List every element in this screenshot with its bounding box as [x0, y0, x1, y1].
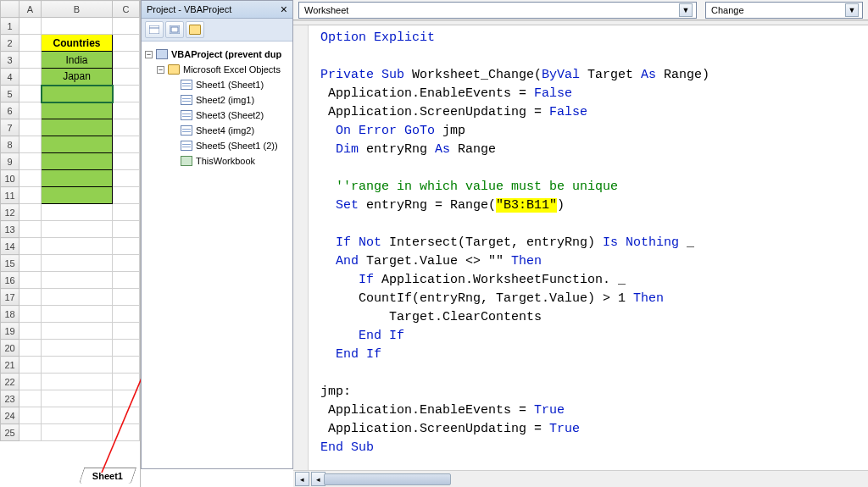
- collapse-icon[interactable]: −: [157, 66, 164, 74]
- cell[interactable]: [113, 204, 140, 221]
- row-header[interactable]: 22: [1, 374, 19, 390]
- cell[interactable]: [19, 153, 42, 170]
- row-header[interactable]: 3: [1, 52, 19, 69]
- scroll-left-button[interactable]: ◂: [295, 472, 309, 486]
- cell[interactable]: [113, 272, 140, 289]
- cell[interactable]: [113, 187, 140, 204]
- cell[interactable]: [19, 424, 42, 441]
- cell[interactable]: [19, 204, 42, 221]
- cell[interactable]: [19, 69, 42, 86]
- cell[interactable]: [113, 18, 140, 35]
- cell[interactable]: [113, 289, 140, 306]
- cell[interactable]: [19, 306, 42, 323]
- cell[interactable]: [42, 255, 113, 272]
- entry-cell[interactable]: [42, 119, 113, 136]
- cell[interactable]: [19, 136, 42, 153]
- entry-cell[interactable]: [42, 102, 113, 119]
- cell[interactable]: [42, 18, 113, 35]
- cell[interactable]: [19, 238, 42, 255]
- project-explorer-titlebar[interactable]: Project - VBAProject ×: [142, 1, 292, 19]
- cell[interactable]: [113, 390, 140, 407]
- cell[interactable]: [113, 221, 140, 238]
- view-object-button[interactable]: [165, 21, 184, 38]
- cell[interactable]: [113, 340, 140, 357]
- row-header[interactable]: 25: [1, 424, 19, 441]
- cell[interactable]: [19, 187, 42, 204]
- row-header[interactable]: 1: [1, 18, 19, 35]
- cell[interactable]: [19, 357, 42, 374]
- code-editor[interactable]: Option Explicit Private Sub Worksheet_Ch…: [309, 25, 868, 470]
- cell[interactable]: [19, 374, 42, 390]
- tree-item-sheet4[interactable]: Sheet4 (img2): [145, 123, 289, 138]
- cell[interactable]: [42, 390, 113, 407]
- row-header[interactable]: 8: [1, 136, 19, 153]
- row-header[interactable]: 24: [1, 407, 19, 424]
- cell[interactable]: [42, 306, 113, 323]
- cell[interactable]: [42, 238, 113, 255]
- row-header[interactable]: 21: [1, 357, 19, 374]
- cell[interactable]: [42, 272, 113, 289]
- cell[interactable]: [113, 255, 140, 272]
- row-header[interactable]: 7: [1, 119, 19, 136]
- cell[interactable]: [113, 119, 140, 136]
- spreadsheet-grid[interactable]: A B C 1 2Countries 3India 4Japan 5 6 7 8…: [0, 0, 140, 441]
- cell[interactable]: [19, 18, 42, 35]
- cell[interactable]: [19, 52, 42, 69]
- row-header[interactable]: 10: [1, 170, 19, 187]
- tree-item-sheet5[interactable]: Sheet5 (Sheet1 (2)): [145, 138, 289, 153]
- tree-item-sheet3[interactable]: Sheet3 (Sheet2): [145, 108, 289, 123]
- cell[interactable]: [19, 255, 42, 272]
- tree-item-sheet1[interactable]: Sheet1 (Sheet1): [145, 77, 289, 92]
- entry-cell[interactable]: [42, 187, 113, 204]
- cell[interactable]: [19, 390, 42, 407]
- cell[interactable]: [113, 424, 140, 441]
- tree-item-sheet2[interactable]: Sheet2 (img1): [145, 92, 289, 108]
- procedure-dropdown[interactable]: Change ▼: [705, 2, 863, 19]
- project-tree[interactable]: − VBAProject (prevent dup − Microsoft Ex…: [142, 42, 292, 174]
- row-header[interactable]: 23: [1, 390, 19, 407]
- cell[interactable]: [113, 52, 140, 69]
- corner-cell[interactable]: [1, 1, 19, 18]
- row-header[interactable]: 16: [1, 272, 19, 289]
- row-header[interactable]: 6: [1, 102, 19, 119]
- cell[interactable]: [113, 374, 140, 390]
- row-header[interactable]: 9: [1, 153, 19, 170]
- cell[interactable]: [42, 424, 113, 441]
- cell[interactable]: [113, 407, 140, 424]
- row-header[interactable]: 15: [1, 255, 19, 272]
- cell[interactable]: [42, 204, 113, 221]
- entry-cell[interactable]: [42, 153, 113, 170]
- cell[interactable]: [42, 357, 113, 374]
- scrollbar-thumb[interactable]: [324, 473, 451, 485]
- cell[interactable]: [113, 323, 140, 340]
- row-header[interactable]: 14: [1, 238, 19, 255]
- cell[interactable]: [42, 374, 113, 390]
- cell[interactable]: [113, 306, 140, 323]
- cell[interactable]: [113, 357, 140, 374]
- cell[interactable]: [113, 35, 140, 52]
- cell[interactable]: [42, 289, 113, 306]
- toggle-folders-button[interactable]: [186, 21, 204, 38]
- row-header[interactable]: 20: [1, 340, 19, 357]
- row-header[interactable]: 11: [1, 187, 19, 204]
- cell[interactable]: [113, 69, 140, 86]
- row-header[interactable]: 17: [1, 289, 19, 306]
- cell[interactable]: [113, 238, 140, 255]
- collapse-icon[interactable]: −: [145, 51, 153, 58]
- entry-cell-selected[interactable]: [42, 86, 113, 102]
- cell[interactable]: [42, 407, 113, 424]
- cell[interactable]: [113, 86, 140, 102]
- cell[interactable]: [19, 340, 42, 357]
- cell[interactable]: [19, 221, 42, 238]
- cell[interactable]: [19, 119, 42, 136]
- entry-cell[interactable]: Japan: [42, 69, 113, 86]
- cell[interactable]: [19, 170, 42, 187]
- cell[interactable]: [19, 35, 42, 52]
- horizontal-scrollbar[interactable]: ◂ ◂: [293, 470, 868, 487]
- cell[interactable]: [113, 170, 140, 187]
- countries-header-cell[interactable]: Countries: [42, 35, 113, 52]
- row-header[interactable]: 4: [1, 69, 19, 86]
- cell[interactable]: [19, 289, 42, 306]
- cell[interactable]: [19, 272, 42, 289]
- tree-root[interactable]: − VBAProject (prevent dup: [145, 47, 289, 62]
